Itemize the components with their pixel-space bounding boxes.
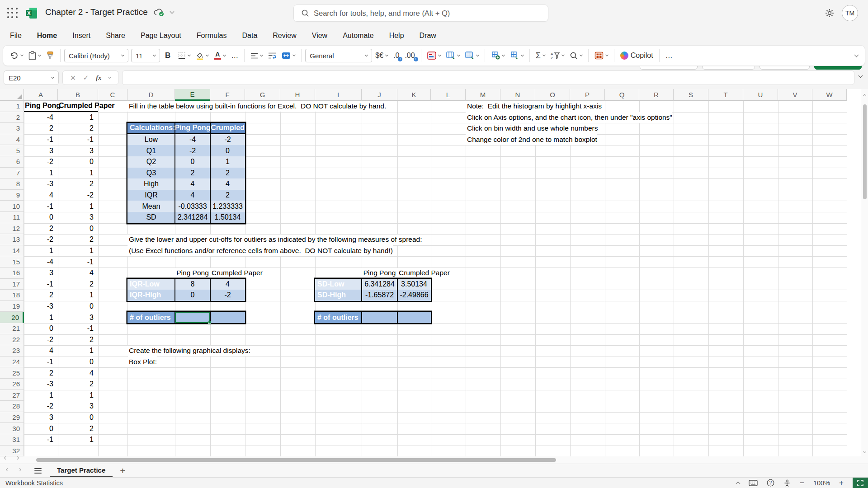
fullscreen-button[interactable] (853, 478, 868, 488)
iqr-cutoff-table-cell[interactable]: IQR-Low (127, 279, 175, 290)
document-title[interactable]: Chapter 2 - Target Practice (45, 7, 148, 17)
merge-cells-button[interactable] (279, 50, 297, 61)
outliers-right-table-cell[interactable]: # of outliers (315, 312, 362, 323)
cell-B22[interactable]: 2 (58, 334, 98, 346)
cell-A18[interactable]: 2 (24, 290, 58, 301)
cell-A17[interactable]: -1 (24, 279, 58, 290)
cell-B31[interactable]: 1 (58, 434, 98, 446)
more-font-options-button[interactable]: … (229, 50, 241, 61)
row-header-7[interactable]: 7 (0, 168, 24, 179)
cell-A9[interactable]: 4 (24, 190, 58, 201)
collapse-ribbon-button[interactable] (853, 53, 860, 58)
sd-cutoff-table-cell[interactable]: -2.49866 (397, 290, 431, 301)
cancel-formula-icon[interactable]: ✕ (70, 74, 76, 82)
iqr-cutoff-table[interactable]: IQR-Low84IQR-High0-2 (127, 279, 245, 301)
column-header-O[interactable]: O (535, 89, 570, 101)
cell-B8[interactable]: 2 (58, 178, 98, 190)
delete-cells-button[interactable] (508, 50, 526, 61)
menu-formulas[interactable]: Formulas (197, 32, 227, 40)
menu-review[interactable]: Review (273, 32, 296, 40)
cell-styles-button[interactable] (463, 50, 481, 61)
cell-A6[interactable]: -2 (24, 156, 58, 168)
cell-A25[interactable]: 2 (24, 367, 58, 379)
row-header-20[interactable]: 20 (0, 312, 24, 323)
prev-sheet-icon[interactable] (6, 468, 9, 471)
number-format-select[interactable]: General (305, 49, 372, 62)
cell-B14[interactable]: 1 (58, 245, 98, 257)
align-button[interactable] (248, 51, 265, 61)
cell-A10[interactable]: -1 (24, 201, 58, 212)
calculations-table-cell[interactable]: -4 (175, 134, 210, 145)
row-header-25[interactable]: 25 (0, 367, 24, 379)
column-header-U[interactable]: U (743, 89, 778, 101)
fill-handle[interactable] (208, 321, 211, 324)
calculations-table-cell[interactable]: Mean (127, 201, 175, 212)
row-header-6[interactable]: 6 (0, 156, 24, 168)
menu-page-layout[interactable]: Page Layout (141, 32, 181, 40)
cell-A28[interactable]: -2 (24, 401, 58, 412)
font-name-select[interactable]: Calibri (Body) (64, 49, 128, 62)
accessibility-person-icon[interactable] (783, 479, 791, 487)
row-header-12[interactable]: 12 (0, 223, 24, 235)
fill-color-button[interactable] (193, 50, 211, 62)
sd-cutoff-table-cell[interactable]: 6.341284 (362, 279, 397, 290)
font-size-select[interactable]: 11 (131, 49, 160, 62)
decrease-decimal-button[interactable]: .0‹ (391, 50, 401, 61)
calculations-table-cell[interactable]: Crumpled (210, 123, 245, 133)
iqr-cutoff-table-cell[interactable]: 0 (175, 290, 210, 301)
calculations-table-cell[interactable]: 4 (175, 190, 210, 201)
cell-A29[interactable]: 3 (24, 412, 58, 423)
increase-decimal-button[interactable]: .00› (402, 50, 417, 61)
calculations-table-cell[interactable]: 2 (210, 190, 245, 201)
cell-B28[interactable]: 3 (58, 401, 98, 412)
cell-M4[interactable]: Change color of 2nd one to match boxplot (466, 134, 597, 145)
cell-A16[interactable]: 3 (24, 267, 58, 279)
row-header-14[interactable]: 14 (0, 245, 24, 257)
iqr-cutoff-table-cell[interactable]: IQR-High (127, 290, 175, 301)
expand-formula-bar-icon[interactable] (859, 74, 863, 78)
row-header-2[interactable]: 2 (0, 112, 24, 123)
menu-data[interactable]: Data (242, 32, 258, 40)
menu-file[interactable]: File (10, 32, 22, 40)
calculations-table-cell[interactable]: 1.50134 (210, 212, 245, 223)
cell-F16[interactable]: Crumpled Paper (210, 268, 263, 279)
calculations-table-cell[interactable]: 0 (175, 156, 210, 168)
iqr-cutoff-table-cell[interactable]: 4 (210, 279, 245, 290)
cell-A31[interactable]: -1 (24, 434, 58, 446)
iqr-cutoff-table-cell[interactable]: -2 (210, 290, 245, 301)
sort-filter-button[interactable]: A Z (548, 50, 566, 61)
bold-button[interactable]: B (161, 50, 175, 61)
copilot-button[interactable]: Copilot (618, 50, 656, 61)
row-header-22[interactable]: 22 (0, 334, 24, 346)
cell-A12[interactable]: 2 (24, 223, 58, 235)
row-header-4[interactable]: 4 (0, 134, 24, 145)
insert-function-icon[interactable]: fx (96, 74, 102, 82)
column-header-G[interactable]: G (245, 89, 280, 101)
cell-A11[interactable]: 0 (24, 212, 58, 223)
column-header-W[interactable]: W (812, 89, 847, 101)
cell-B19[interactable]: 0 (58, 301, 98, 312)
calculations-table-cell[interactable]: -0.03333 (175, 201, 210, 212)
calculations-table-cell[interactable]: Q3 (127, 168, 175, 179)
cell-A14[interactable]: 1 (24, 245, 58, 257)
cell-D23[interactable]: Create the following graphical displays: (127, 346, 250, 357)
column-header-K[interactable]: K (397, 89, 431, 101)
outliers-left-table-cell[interactable] (210, 312, 245, 323)
cell-A27[interactable]: 1 (24, 390, 58, 401)
add-sheet-button[interactable]: + (120, 465, 125, 476)
cell-B18[interactable]: 1 (58, 290, 98, 301)
format-painter-button[interactable] (44, 49, 57, 62)
calculations-table[interactable]: Calculations:Ping PongCrumpledLow-4-2Q1-… (127, 123, 245, 223)
menu-home[interactable]: Home (37, 32, 57, 40)
column-header-M[interactable]: M (466, 89, 500, 101)
column-header-F[interactable]: F (210, 89, 245, 101)
column-header-H[interactable]: H (280, 89, 315, 101)
cell-A19[interactable]: -3 (24, 301, 58, 312)
cell-B11[interactable]: 3 (58, 212, 98, 223)
status-chevron-up-icon[interactable] (736, 482, 741, 486)
menu-share[interactable]: Share (106, 32, 125, 40)
cell-M1[interactable]: Note: Edit the histogram by highlight x-… (466, 101, 602, 112)
keyboard-icon[interactable] (749, 480, 758, 486)
cell-B6[interactable]: 0 (58, 156, 98, 168)
cell-B27[interactable]: 1 (58, 390, 98, 401)
